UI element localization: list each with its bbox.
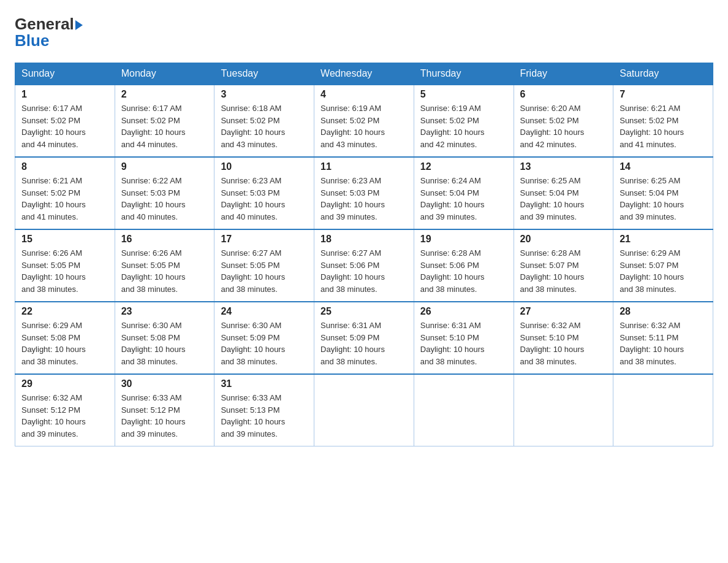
calendar-day-cell: 11Sunrise: 6:23 AMSunset: 5:03 PMDayligh… xyxy=(314,157,414,229)
calendar-day-cell: 9Sunrise: 6:22 AMSunset: 5:03 PMDaylight… xyxy=(115,157,214,229)
day-number: 19 xyxy=(420,234,507,245)
calendar-day-cell: 25Sunrise: 6:31 AMSunset: 5:09 PMDayligh… xyxy=(314,302,414,374)
day-info: Sunrise: 6:26 AMSunset: 5:05 PMDaylight:… xyxy=(121,247,208,295)
logo-triangle-icon xyxy=(75,20,83,30)
day-number: 7 xyxy=(620,89,707,100)
day-info: Sunrise: 6:27 AMSunset: 5:05 PMDaylight:… xyxy=(221,247,308,295)
weekday-header-sunday: Sunday xyxy=(15,63,115,85)
day-info: Sunrise: 6:24 AMSunset: 5:04 PMDaylight:… xyxy=(420,175,507,223)
weekday-header-thursday: Thursday xyxy=(414,63,514,85)
day-number: 4 xyxy=(320,89,408,100)
day-number: 9 xyxy=(121,161,208,172)
day-number: 11 xyxy=(320,161,408,172)
day-number: 21 xyxy=(620,234,707,245)
calendar-day-cell: 7Sunrise: 6:21 AMSunset: 5:02 PMDaylight… xyxy=(613,85,713,157)
day-info: Sunrise: 6:31 AMSunset: 5:09 PMDaylight:… xyxy=(320,320,408,367)
empty-day-cell xyxy=(414,374,514,446)
day-info: Sunrise: 6:17 AMSunset: 5:02 PMDaylight:… xyxy=(21,102,108,150)
calendar-day-cell: 17Sunrise: 6:27 AMSunset: 5:05 PMDayligh… xyxy=(214,229,314,302)
day-number: 30 xyxy=(121,378,208,389)
day-info: Sunrise: 6:25 AMSunset: 5:04 PMDaylight:… xyxy=(620,175,707,223)
day-number: 17 xyxy=(221,234,308,245)
day-info: Sunrise: 6:23 AMSunset: 5:03 PMDaylight:… xyxy=(320,175,408,223)
day-number: 18 xyxy=(320,234,408,245)
calendar-day-cell: 1Sunrise: 6:17 AMSunset: 5:02 PMDaylight… xyxy=(15,85,115,157)
day-number: 14 xyxy=(620,161,707,172)
weekday-header-tuesday: Tuesday xyxy=(214,63,314,85)
day-number: 29 xyxy=(21,378,108,389)
day-number: 6 xyxy=(520,89,607,100)
day-info: Sunrise: 6:21 AMSunset: 5:02 PMDaylight:… xyxy=(21,175,108,223)
calendar-day-cell: 3Sunrise: 6:18 AMSunset: 5:02 PMDaylight… xyxy=(214,85,314,157)
day-number: 20 xyxy=(520,234,607,245)
day-number: 16 xyxy=(121,234,208,245)
calendar-day-cell: 26Sunrise: 6:31 AMSunset: 5:10 PMDayligh… xyxy=(414,302,514,374)
day-number: 22 xyxy=(21,306,108,317)
day-info: Sunrise: 6:29 AMSunset: 5:08 PMDaylight:… xyxy=(21,320,108,367)
day-number: 1 xyxy=(21,89,108,100)
day-info: Sunrise: 6:31 AMSunset: 5:10 PMDaylight:… xyxy=(420,320,507,367)
day-info: Sunrise: 6:30 AMSunset: 5:08 PMDaylight:… xyxy=(121,320,208,367)
calendar-week-row: 8Sunrise: 6:21 AMSunset: 5:02 PMDaylight… xyxy=(15,157,713,229)
empty-day-cell xyxy=(314,374,414,446)
calendar-day-cell: 19Sunrise: 6:28 AMSunset: 5:06 PMDayligh… xyxy=(414,229,514,302)
day-info: Sunrise: 6:17 AMSunset: 5:02 PMDaylight:… xyxy=(121,102,208,150)
empty-day-cell xyxy=(613,374,713,446)
day-number: 25 xyxy=(320,306,408,317)
calendar-day-cell: 12Sunrise: 6:24 AMSunset: 5:04 PMDayligh… xyxy=(414,157,514,229)
day-number: 2 xyxy=(121,89,208,100)
calendar-day-cell: 20Sunrise: 6:28 AMSunset: 5:07 PMDayligh… xyxy=(514,229,613,302)
day-info: Sunrise: 6:23 AMSunset: 5:03 PMDaylight:… xyxy=(221,175,308,223)
calendar-day-cell: 22Sunrise: 6:29 AMSunset: 5:08 PMDayligh… xyxy=(15,302,115,374)
day-info: Sunrise: 6:32 AMSunset: 5:12 PMDaylight:… xyxy=(21,392,108,440)
day-info: Sunrise: 6:27 AMSunset: 5:06 PMDaylight:… xyxy=(320,247,408,295)
day-info: Sunrise: 6:21 AMSunset: 5:02 PMDaylight:… xyxy=(620,102,707,150)
day-info: Sunrise: 6:28 AMSunset: 5:06 PMDaylight:… xyxy=(420,247,507,295)
calendar-day-cell: 24Sunrise: 6:30 AMSunset: 5:09 PMDayligh… xyxy=(214,302,314,374)
weekday-header-friday: Friday xyxy=(514,63,613,85)
page-header: General Blue xyxy=(15,15,713,50)
weekday-header-saturday: Saturday xyxy=(613,63,713,85)
logo-blue-text: Blue xyxy=(15,31,49,50)
calendar-week-row: 22Sunrise: 6:29 AMSunset: 5:08 PMDayligh… xyxy=(15,302,713,374)
day-info: Sunrise: 6:19 AMSunset: 5:02 PMDaylight:… xyxy=(320,102,408,150)
day-number: 5 xyxy=(420,89,507,100)
calendar-day-cell: 14Sunrise: 6:25 AMSunset: 5:04 PMDayligh… xyxy=(613,157,713,229)
calendar-day-cell: 4Sunrise: 6:19 AMSunset: 5:02 PMDaylight… xyxy=(314,85,414,157)
day-number: 28 xyxy=(620,306,707,317)
weekday-header-wednesday: Wednesday xyxy=(314,63,414,85)
calendar-day-cell: 6Sunrise: 6:20 AMSunset: 5:02 PMDaylight… xyxy=(514,85,613,157)
day-info: Sunrise: 6:32 AMSunset: 5:11 PMDaylight:… xyxy=(620,320,707,367)
calendar-day-cell: 29Sunrise: 6:32 AMSunset: 5:12 PMDayligh… xyxy=(15,374,115,446)
day-number: 15 xyxy=(21,234,108,245)
day-info: Sunrise: 6:22 AMSunset: 5:03 PMDaylight:… xyxy=(121,175,208,223)
calendar-day-cell: 31Sunrise: 6:33 AMSunset: 5:13 PMDayligh… xyxy=(214,374,314,446)
calendar-table: SundayMondayTuesdayWednesdayThursdayFrid… xyxy=(15,63,713,446)
day-number: 31 xyxy=(221,378,308,389)
calendar-day-cell: 2Sunrise: 6:17 AMSunset: 5:02 PMDaylight… xyxy=(115,85,214,157)
day-info: Sunrise: 6:28 AMSunset: 5:07 PMDaylight:… xyxy=(520,247,607,295)
day-info: Sunrise: 6:33 AMSunset: 5:12 PMDaylight:… xyxy=(121,392,208,440)
day-info: Sunrise: 6:29 AMSunset: 5:07 PMDaylight:… xyxy=(620,247,707,295)
calendar-header-row: SundayMondayTuesdayWednesdayThursdayFrid… xyxy=(15,63,713,85)
calendar-week-row: 1Sunrise: 6:17 AMSunset: 5:02 PMDaylight… xyxy=(15,85,713,157)
day-number: 23 xyxy=(121,306,208,317)
day-number: 12 xyxy=(420,161,507,172)
day-number: 27 xyxy=(520,306,607,317)
day-info: Sunrise: 6:20 AMSunset: 5:02 PMDaylight:… xyxy=(520,102,607,150)
day-info: Sunrise: 6:33 AMSunset: 5:13 PMDaylight:… xyxy=(221,392,308,440)
calendar-day-cell: 30Sunrise: 6:33 AMSunset: 5:12 PMDayligh… xyxy=(115,374,214,446)
calendar-day-cell: 15Sunrise: 6:26 AMSunset: 5:05 PMDayligh… xyxy=(15,229,115,302)
calendar-day-cell: 10Sunrise: 6:23 AMSunset: 5:03 PMDayligh… xyxy=(214,157,314,229)
day-number: 3 xyxy=(221,89,308,100)
calendar-week-row: 29Sunrise: 6:32 AMSunset: 5:12 PMDayligh… xyxy=(15,374,713,446)
day-number: 26 xyxy=(420,306,507,317)
calendar-day-cell: 16Sunrise: 6:26 AMSunset: 5:05 PMDayligh… xyxy=(115,229,214,302)
logo: General Blue xyxy=(15,15,83,50)
calendar-day-cell: 23Sunrise: 6:30 AMSunset: 5:08 PMDayligh… xyxy=(115,302,214,374)
day-number: 13 xyxy=(520,161,607,172)
day-info: Sunrise: 6:19 AMSunset: 5:02 PMDaylight:… xyxy=(420,102,507,150)
day-number: 10 xyxy=(221,161,308,172)
day-info: Sunrise: 6:18 AMSunset: 5:02 PMDaylight:… xyxy=(221,102,308,150)
calendar-week-row: 15Sunrise: 6:26 AMSunset: 5:05 PMDayligh… xyxy=(15,229,713,302)
